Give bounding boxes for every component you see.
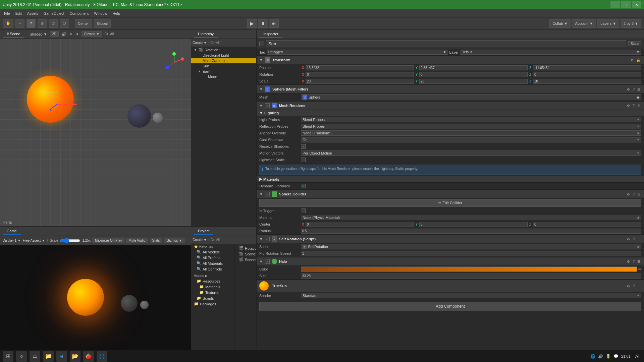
position-x-input[interactable] <box>306 65 414 70</box>
global-button[interactable]: Global <box>94 19 111 28</box>
rotation-z-input[interactable] <box>533 72 641 77</box>
scale-tool-button[interactable]: ⊞ <box>38 19 47 28</box>
all-models-item[interactable]: 🔍 All Models <box>191 249 234 255</box>
center-z-input[interactable] <box>533 222 641 227</box>
materials-section[interactable]: ▶ Materials <box>257 176 644 183</box>
menu-window[interactable]: Window <box>91 11 110 16</box>
radius-input[interactable] <box>301 229 641 234</box>
tag-dropdown[interactable]: Untagged ▼ <box>267 50 448 55</box>
component-settings-icon[interactable]: ⚙ <box>626 284 631 288</box>
rotation-y-input[interactable] <box>419 72 528 77</box>
display-dropdown[interactable]: Display 1 ▼ <box>3 239 21 242</box>
scripts-folder[interactable]: 📁 Scripts <box>191 295 234 301</box>
tab-game[interactable]: Game <box>3 228 21 235</box>
center-button[interactable]: Center <box>75 19 92 28</box>
lighting-section[interactable]: ▼ Lighting <box>257 110 644 116</box>
component-question-icon[interactable]: ? <box>632 104 636 108</box>
tab-inspector[interactable]: Inspector <box>259 31 282 38</box>
tomato-icon[interactable]: 🍅 <box>83 351 94 362</box>
play-button[interactable]: ▶ <box>247 19 257 28</box>
halo-size-input[interactable] <box>301 274 641 279</box>
is-trigger-checkbox[interactable] <box>301 208 306 213</box>
hand-tool-button[interactable]: ✋ <box>3 19 13 28</box>
component-settings-icon[interactable]: ⚙ <box>626 87 631 92</box>
moon-3d-object[interactable] <box>153 113 163 123</box>
edit-collider-button[interactable]: ✏ Edit Collider <box>259 199 641 207</box>
menu-help[interactable]: Help <box>110 11 123 16</box>
shading-dropdown[interactable]: Shaded ▼ <box>30 32 47 36</box>
transform-handles[interactable] <box>50 91 84 118</box>
explorer-icon[interactable]: 📁 <box>43 351 54 362</box>
scenes1-item[interactable]: 🎬 Scenes1 <box>236 251 255 257</box>
menu-assets[interactable]: Assets <box>24 11 41 16</box>
tab-hierarchy[interactable]: Hierarchy <box>194 31 218 38</box>
move-tool-button[interactable]: ✛ <box>15 19 24 28</box>
maximize-on-play-button[interactable]: Maximize On Play <box>93 238 124 243</box>
materials-folder[interactable]: 📁 Materials <box>191 284 234 290</box>
layout-button[interactable]: 2 by 3 ▼ <box>621 19 641 28</box>
halo-enabled-checkbox[interactable]: ✓ <box>265 259 270 264</box>
halo-arrow[interactable]: ▼ <box>259 259 263 263</box>
light-probes-dropdown[interactable]: Blend Probes ▼ <box>301 117 641 122</box>
component-settings-icon[interactable]: ⚙ <box>626 259 631 264</box>
task-view-button[interactable]: ▭ <box>30 351 40 362</box>
layers-button[interactable]: Layers ▼ <box>597 19 619 28</box>
folder-icon[interactable]: 📂 <box>70 351 80 362</box>
game-canvas[interactable] <box>0 245 191 350</box>
lightmap-static-checkbox[interactable] <box>301 158 306 162</box>
component-settings-icon[interactable]: ⚙ <box>626 192 631 196</box>
fx-icon[interactable]: ✦ <box>75 32 79 37</box>
component-settings-icon[interactable]: ⚙ <box>626 104 631 108</box>
scale-slider[interactable] <box>60 238 80 243</box>
self-rotation-enabled-checkbox[interactable]: ✓ <box>265 237 270 241</box>
scale-x-input[interactable] <box>306 79 414 84</box>
collider-material-dropdown[interactable]: None (Physic Material) ◉ <box>301 215 641 220</box>
rotate-tool-button[interactable]: ↺ <box>26 19 36 28</box>
component-menu-icon[interactable]: ☰ <box>636 192 641 196</box>
project-create-btn[interactable]: Create ▼ <box>193 238 207 242</box>
sphere-collider-arrow[interactable]: ▼ <box>259 192 263 196</box>
receive-shadows-checkbox[interactable]: ✓ <box>301 144 306 149</box>
menu-gameobject[interactable]: GameObject <box>41 11 67 16</box>
mute-audio-button[interactable]: Mute Audio <box>126 238 148 243</box>
self-rotation-arrow[interactable]: ▼ <box>259 237 263 241</box>
edit-color-icon[interactable]: ✏ <box>638 267 641 272</box>
minimize-button[interactable]: ─ <box>610 1 620 8</box>
reflection-probes-dropdown[interactable]: Blend Probes ▼ <box>301 124 641 129</box>
scale-y-input[interactable] <box>419 79 528 84</box>
account-button[interactable]: Account ▼ <box>572 19 596 28</box>
center-y-input[interactable] <box>419 222 528 227</box>
packages-folder[interactable]: 📁 Packages <box>191 301 234 307</box>
lighting-icon[interactable]: ☀ <box>69 32 73 37</box>
component-question-icon[interactable]: ? <box>632 284 636 288</box>
rotation-speed-input[interactable] <box>301 251 641 256</box>
tree-item-earth[interactable]: ▼ Earth <box>191 69 256 74</box>
multi-tool-button[interactable]: ⬡ <box>60 19 69 28</box>
menu-component[interactable]: Component <box>67 11 91 16</box>
component-menu-icon[interactable]: ☰ <box>636 104 641 108</box>
tab-project[interactable]: Project <box>194 228 213 235</box>
component-menu-icon[interactable]: ☰ <box>636 87 641 92</box>
component-question-icon[interactable]: ? <box>632 192 636 196</box>
rect-tool-button[interactable]: ⊡ <box>49 19 58 28</box>
mesh-renderer-arrow[interactable]: ▼ <box>259 104 263 108</box>
mesh-dropdown[interactable]: ◻ Sphere ◉ <box>301 94 641 100</box>
position-y-input[interactable] <box>419 65 528 70</box>
component-question-icon[interactable]: ? <box>632 237 636 241</box>
scenes2-item[interactable]: 🎬 Scenes2_EarthAndSun <box>236 257 255 262</box>
component-menu-icon[interactable]: ☰ <box>636 259 641 264</box>
all-materials-item[interactable]: 🔍 All Materials <box>191 260 234 266</box>
add-component-button[interactable]: Add Component <box>259 302 641 311</box>
mesh-renderer-enabled-checkbox[interactable]: ✓ <box>265 103 270 108</box>
earth-3d-object[interactable] <box>127 104 151 128</box>
start-button[interactable]: ⊞ <box>3 351 13 362</box>
component-lock-icon[interactable]: 🔒 <box>635 58 641 62</box>
script-dropdown[interactable]: # SelfRotation ◉ <box>301 244 641 249</box>
code-icon[interactable]: { } <box>97 351 107 362</box>
pause-button[interactable]: ⏸ <box>258 19 268 28</box>
component-menu-icon[interactable]: ☰ <box>636 284 641 288</box>
close-button[interactable]: ✕ <box>632 1 641 8</box>
textures-folder[interactable]: 📁 Textures <box>191 290 234 295</box>
position-z-input[interactable] <box>533 65 641 70</box>
rotation-scene[interactable]: 🎬 Rotation <box>236 245 255 251</box>
